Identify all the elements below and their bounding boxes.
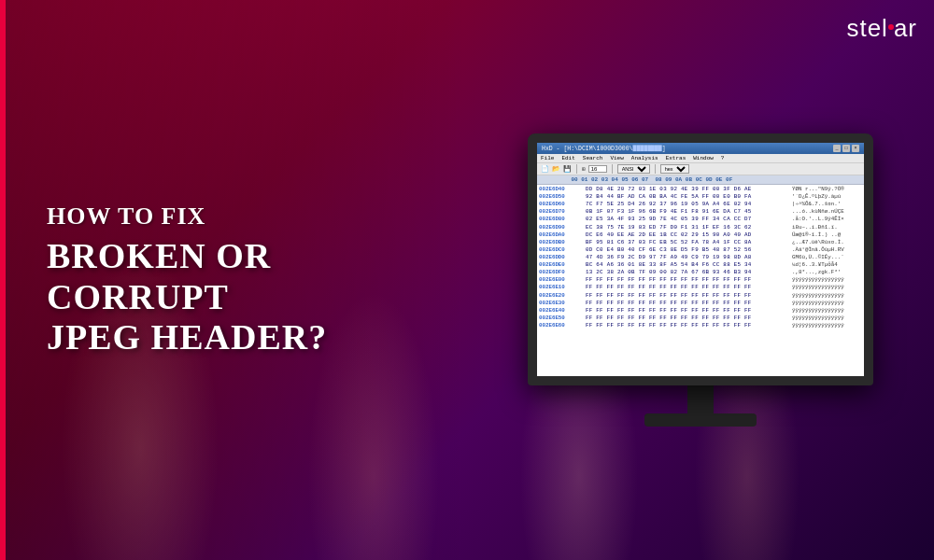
hex-bytes: 13 2C 38 2A 0B 7F 09 00 82 7A 67 6B 93 4… xyxy=(586,269,792,276)
hex-row: 002E6D80 02 E5 3A 4F 93 25 9D 7E 4C 05 3… xyxy=(537,216,864,223)
hex-ascii: |÷^%Ô&.7..š¤n.' xyxy=(792,201,862,208)
hex-offset: 002E6E60 xyxy=(539,322,586,329)
monitor-screen: HxD - [H:\DCIM\1000D3000\████████] _ □ ×… xyxy=(537,143,864,376)
menu-extras[interactable]: Extras xyxy=(666,155,686,161)
hex-offset: 002E6E40 xyxy=(539,307,586,315)
hex-offset: 002E6E00 xyxy=(539,276,586,284)
hex-offset: 002E6DD0 xyxy=(539,254,586,261)
monitor-stand-base xyxy=(644,413,757,427)
hex-bytes: 02 E5 3A 4F 93 25 9D 7E 4C 05 39 FF 34 C… xyxy=(586,216,792,223)
hex-bytes: DD D8 4E 20 72 03 1E 03 92 4E 39 FF 00 3… xyxy=(586,186,792,193)
hex-row: 002E6E50 FF FF FF FF FF FF FF FF FF FF F… xyxy=(537,315,864,322)
hex-row: 002E6E60 FF FF FF FF FF FF FF FF FF FF F… xyxy=(537,322,864,329)
hex-bytes: DC E6 40 EE AE 2D EE 1B CC 02 29 15 90 A… xyxy=(586,231,792,239)
hex-offset: 002E6E10 xyxy=(539,284,586,291)
logo-text2: ar xyxy=(894,14,917,43)
menu-edit[interactable]: Edit xyxy=(561,155,574,161)
hex-ascii: Üæ@î®-î.Ì.) ..@­ xyxy=(792,231,862,239)
hex-row: 002E6DE0 BC 64 A6 36 01 8E 33 8F A5 54 B… xyxy=(537,261,864,269)
hex-offset: 002E6D90 xyxy=(539,224,586,231)
hex-row: 002E6E40 FF FF FF FF FF FF FF FF FF FF F… xyxy=(537,307,864,315)
toolbar-columns-label: ⊞ xyxy=(582,165,586,173)
monitor-stand-neck xyxy=(687,385,714,413)
hex-row: 002E6E20 FF FF FF FF FF FF FF FF FF FF F… xyxy=(537,292,864,300)
format-select[interactable]: hex xyxy=(660,164,689,174)
menu-analysis[interactable]: Analysis xyxy=(631,155,658,161)
right-section: HxD - [H:\DCIM\1000D3000\████████] _ □ ×… xyxy=(467,133,934,427)
hex-bytes: 92 B4 44 BF AD CA 0B BA 4C FE 5A FF 00 E… xyxy=(586,193,792,201)
menu-help[interactable]: ? xyxy=(721,155,725,161)
hex-row: 002E6D70 0B 1F 07 F3 1F 96 6B F9 4E F1 F… xyxy=(537,208,864,216)
hex-offset: 002E6DE0 xyxy=(539,261,586,269)
hex-bytes: 0D C0 E4 B0 40 CF 6E C3 8E D5 F9 B5 48 8… xyxy=(586,246,792,254)
hex-rows-container: 002E6D40 DD D8 4E 20 72 03 1E 03 92 4E 3… xyxy=(537,186,864,329)
encoding-select[interactable]: ANSI xyxy=(617,164,650,174)
menu-view[interactable]: View xyxy=(610,155,623,161)
hex-row: 002E6D60 7C F7 5E 25 D4 26 92 37 96 19 0… xyxy=(537,201,864,208)
hex-ascii: ...ó..kùNñø.nÚÇE xyxy=(792,208,862,216)
hex-bytes: FF FF FF FF FF FF FF FF FF FF FF FF FF F… xyxy=(586,307,792,315)
stellar-logo: stel ar xyxy=(846,14,917,43)
close-button[interactable]: × xyxy=(852,145,859,152)
menu-window[interactable]: Window xyxy=(693,155,714,161)
hex-bytes: FF FF FF FF FF FF FF FF FF FF FF FF FF F… xyxy=(586,322,792,329)
hex-bytes: FF FF FF FF FF FF FF FF FF FF FF FF FF F… xyxy=(586,284,792,291)
hex-row: 002E6D90 EC 38 75 7E 19 83 ED 7F D0 F1 3… xyxy=(537,224,864,231)
hex-bytes: FF FF FF FF FF FF FF FF FF FF FF FF FF F… xyxy=(586,276,792,284)
hex-row: 002E6DC0 0D C0 E4 B0 40 CF 6E C3 8E D5 F… xyxy=(537,246,864,254)
hex-offset: 002E6E30 xyxy=(539,300,586,307)
hxd-menubar: File Edit Search View Analysis Extras Wi… xyxy=(537,154,864,163)
hxd-column-header: 00 01 02 03 04 05 06 07 08 09 0A 0B 0C 0… xyxy=(537,175,864,185)
hex-offset: 002E6D50 xyxy=(539,193,586,201)
toolbar-icon-open[interactable]: 📂 xyxy=(552,165,560,173)
hex-ascii: GM6ù,Ù..©IÉy...¨ xyxy=(792,254,862,261)
menu-search[interactable]: Search xyxy=(583,155,603,161)
toolbar-icon-new[interactable]: 📄 xyxy=(541,165,549,173)
hxd-titlebar: HxD - [H:\DCIM\1000D3000\████████] _ □ × xyxy=(537,143,864,154)
toolbar-separator xyxy=(576,164,577,174)
hex-ascii: ÿÿÿÿÿÿÿÿÿÿÿÿÿÿÿÿ xyxy=(792,322,862,329)
hex-offset: 002E6DC0 xyxy=(539,246,586,254)
main-content: How to Fix Broken or Corrupt JPEG Header… xyxy=(0,0,934,560)
menu-file[interactable]: File xyxy=(541,155,554,161)
hex-row: 002E6D40 DD D8 4E 20 72 03 1E 03 92 4E 3… xyxy=(537,186,864,193)
heading-line3: JPEG Header? xyxy=(47,317,327,357)
hex-row: 002E6DB0 BF 95 81 C6 37 03 FC EB 5C 52 F… xyxy=(537,239,864,246)
maximize-button[interactable]: □ xyxy=(842,145,850,152)
hex-offset: 002E6DB0 xyxy=(539,239,586,246)
hxd-title: HxD - [H:\DCIM\1000D3000\████████] xyxy=(542,146,666,152)
hex-offset: 002E6D80 xyxy=(539,216,586,223)
toolbar-columns-input[interactable] xyxy=(588,165,607,173)
toolbar-separator2 xyxy=(612,164,613,174)
hex-ascii: .,8*...‚zgk.F³' xyxy=(792,269,862,276)
hex-ascii: .å:O.'..L.9ÿ4ÊÌ× xyxy=(792,216,862,223)
hxd-window: HxD - [H:\DCIM\1000D3000\████████] _ □ ×… xyxy=(537,143,864,376)
hex-ascii: ÿÿÿÿÿÿÿÿÿÿÿÿÿÿÿÿ xyxy=(792,307,862,315)
hex-ascii: ¿..Æ7.üë\Rúx¤.Ì. xyxy=(792,239,862,246)
window-controls[interactable]: _ □ × xyxy=(833,145,859,152)
hex-row: 002E6E00 FF FF FF FF FF FF FF FF FF FF F… xyxy=(537,276,864,284)
hex-offset: 002E6E50 xyxy=(539,315,586,322)
hex-ascii: ÿÿÿÿÿÿÿÿÿÿÿÿÿÿÿÿ xyxy=(792,276,862,284)
subtitle-heading: How to Fix xyxy=(47,202,420,231)
hex-row: 002E6E30 FF FF FF FF FF FF FF FF FF FF F… xyxy=(537,300,864,307)
hex-offset: 002E6D40 xyxy=(539,186,586,193)
hex-ascii: ÿÿÿÿÿÿÿÿÿÿÿÿÿÿÿÿ xyxy=(792,315,862,322)
logo-text: stel xyxy=(846,14,887,43)
hex-bytes: FF FF FF FF FF FF FF FF FF FF FF FF FF F… xyxy=(586,300,792,307)
hex-ascii: '´D¿­Ê.ºLþZÿ.àµú xyxy=(792,193,862,201)
hex-bytes: 47 4D 36 F9 2C D9 97 7F A9 49 C9 79 19 9… xyxy=(586,254,792,261)
hex-bytes: FF FF FF FF FF FF FF FF FF FF FF FF FF F… xyxy=(586,315,792,322)
hex-row: 002E6DD0 47 4D 36 F9 2C D9 97 7F A9 49 C… xyxy=(537,254,864,261)
hex-ascii: ÿÿÿÿÿÿÿÿÿÿÿÿÿÿÿÿ xyxy=(792,284,862,291)
hex-ascii: .Àä°@Ïnã.ÕùµH.RV xyxy=(792,246,862,254)
hex-ascii: ÿÿÿÿÿÿÿÿÿÿÿÿÿÿÿÿ xyxy=(792,300,862,307)
hex-bytes: 7C F7 5E 25 D4 26 92 37 96 19 05 9A A4 6… xyxy=(586,201,792,208)
monitor-bezel: HxD - [H:\DCIM\1000D3000\████████] _ □ ×… xyxy=(528,133,873,385)
main-heading: Broken or Corrupt JPEG Header? xyxy=(47,236,420,358)
hex-offset: 002E6DF0 xyxy=(539,269,586,276)
hex-row: 002E6DA0 DC E6 40 EE AE 2D EE 1B CC 02 2… xyxy=(537,231,864,239)
left-section: How to Fix Broken or Corrupt JPEG Header… xyxy=(0,164,467,396)
minimize-button[interactable]: _ xyxy=(833,145,841,152)
toolbar-icon-save[interactable]: 💾 xyxy=(563,165,572,173)
